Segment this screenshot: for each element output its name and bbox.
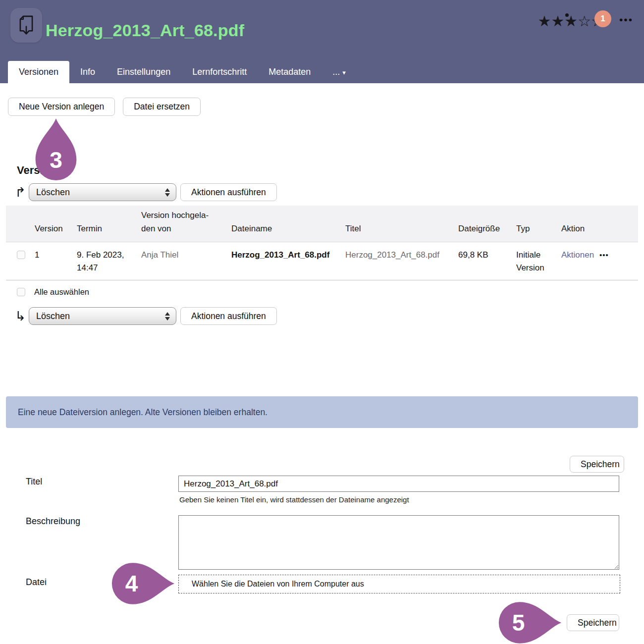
col-typ: Typ [516, 222, 561, 235]
tab-lernfortschritt[interactable]: Lernfortschritt [181, 61, 258, 83]
new-version-button[interactable]: Neue Version anlegen [8, 98, 115, 116]
save-button-top[interactable]: Speichern [570, 456, 624, 473]
table-header-row: Version Termin Version hochgela- den von… [6, 206, 638, 242]
annotation-step-4-number: 4 [111, 560, 152, 607]
replace-file-button[interactable]: Datei ersetzen [123, 98, 201, 116]
annotation-step-5: 5 [498, 599, 562, 644]
row-actions-more-icon[interactable]: ••• [599, 251, 609, 259]
description-textarea[interactable] [178, 515, 619, 570]
toolbar: Neue Version anlegen Datei ersetzen [8, 98, 201, 116]
tab-versionen[interactable]: Versionen [8, 61, 69, 83]
row-termin: 9. Feb 2023, 14:47 [77, 249, 141, 274]
file-label: Datei [26, 577, 47, 588]
row-dateigroesse: 69,8 KB [458, 249, 516, 262]
select-all-row: Alle auswählen [6, 280, 638, 297]
save-button-bottom[interactable]: Speichern [567, 614, 619, 631]
row-actions-link[interactable]: Aktionen [561, 250, 594, 260]
tab-info[interactable]: Info [69, 61, 106, 83]
title-label: Titel [26, 477, 42, 487]
rating-average-marker-icon [565, 13, 569, 17]
bulk-actions-top: ↱ Löschen Aktionen ausführen [15, 183, 277, 202]
bulk-actions-bottom: ↳ Löschen Aktionen ausführen [15, 307, 277, 325]
col-titel: Titel [345, 222, 458, 235]
row-checkbox[interactable] [17, 251, 25, 259]
tab-metadaten[interactable]: Metadaten [258, 61, 322, 83]
bulk-action-select-top[interactable]: Löschen [29, 183, 176, 201]
col-dateiname: Dateiname [231, 222, 345, 235]
title-input[interactable] [178, 476, 619, 492]
bulk-action-select-bottom[interactable]: Löschen [29, 307, 176, 325]
execute-action-button-top[interactable]: Aktionen ausführen [180, 183, 277, 201]
file-drop-zone[interactable]: Wählen Sie die Dateien von Ihrem Compute… [178, 575, 620, 593]
versions-table: Version Termin Version hochgela- den von… [6, 206, 638, 297]
row-uploaded-by: Anja Thiel [141, 249, 231, 262]
chevron-down-icon: ▾ [342, 69, 346, 76]
col-termin: Termin [77, 222, 141, 235]
info-banner: Eine neue Dateiversion anlegen. Alte Ver… [6, 396, 638, 428]
header: Herzog_2013_Art_68.pdf ★★★☆☆ 1 ••• [0, 0, 644, 61]
row-titel: Herzog_2013_Art_68.pdf [345, 249, 458, 262]
tab-more[interactable]: ...▾ [322, 61, 357, 83]
row-typ: Initiale Version [516, 249, 561, 274]
page-title: Herzog_2013_Art_68.pdf [46, 21, 244, 40]
annotation-step-5-number: 5 [498, 599, 539, 644]
table-row: 1 9. Feb 2023, 14:47 Anja Thiel Herzog_2… [6, 242, 638, 280]
col-aktion: Aktion [561, 222, 638, 235]
apply-to-selection-up-icon: ↱ [15, 183, 29, 202]
annotation-step-4: 4 [111, 560, 175, 607]
col-uploaded-by: Version hochgela- den von [141, 209, 231, 235]
execute-action-button-bottom[interactable]: Aktionen ausführen [180, 307, 277, 325]
tab-einstellungen[interactable]: Einstellungen [106, 61, 181, 83]
file-versions-page: Herzog_2013_Art_68.pdf ★★★☆☆ 1 ••• Versi… [0, 0, 644, 644]
row-version: 1 [35, 249, 77, 262]
col-version: Version [35, 222, 77, 235]
rating-count-badge: 1 [594, 10, 611, 27]
row-dateiname: Herzog_2013_Art_68.pdf [231, 249, 345, 262]
description-label: Beschreibung [26, 516, 80, 527]
more-menu-icon[interactable]: ••• [619, 14, 633, 26]
file-picker-label: Wählen Sie die Dateien von Ihrem Compute… [192, 580, 364, 589]
apply-to-selection-down-icon: ↳ [15, 307, 29, 325]
annotation-step-3-number: 3 [33, 140, 79, 180]
annotation-step-3: 3 [33, 117, 79, 181]
file-download-icon[interactable] [10, 8, 42, 43]
select-all-label: Alle auswählen [34, 287, 89, 297]
select-all-checkbox[interactable] [17, 288, 25, 296]
tab-bar: Versionen Info Einstellungen Lernfortsch… [0, 61, 644, 83]
col-dateigroesse: Dateigröße [458, 222, 516, 235]
select-spinner-icon [165, 188, 170, 197]
title-hint: Geben Sie keinen Titel ein, wird stattde… [179, 495, 409, 504]
select-spinner-icon [165, 312, 170, 321]
